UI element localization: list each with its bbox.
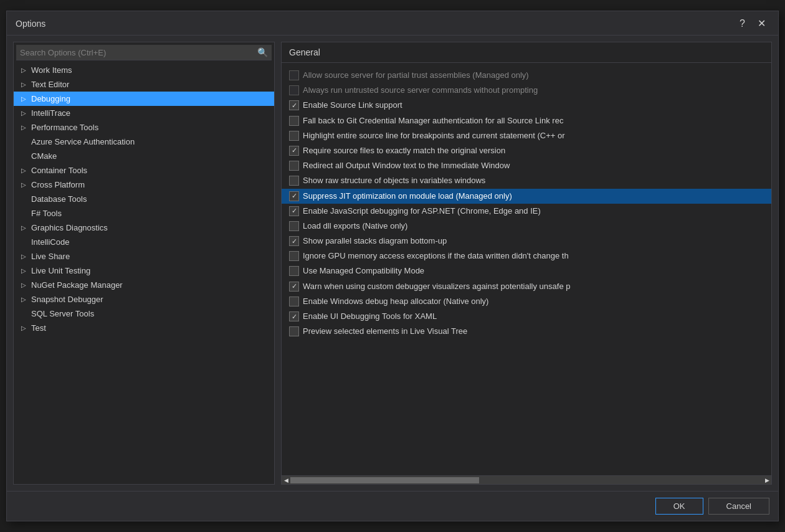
sidebar-item-azure-service-auth[interactable]: Azure Service Authentication (14, 135, 274, 149)
help-button[interactable]: ? (736, 17, 749, 30)
sidebar-item-label: Cross Platform (31, 180, 85, 189)
option-checkbox-warn-custom-visualizers[interactable]: ✓ (289, 282, 299, 292)
option-checkbox-ignore-gpu-memory[interactable] (289, 251, 299, 261)
tree-container[interactable]: ▷Work Items▷Text Editor▷Debugging▷Intell… (14, 63, 274, 484)
option-checkbox-fall-back-git[interactable] (289, 116, 299, 126)
option-label-highlight-source-line: Highlight entire source line for breakpo… (303, 130, 764, 141)
expand-arrow-icon: ▷ (21, 124, 30, 131)
option-row-enable-js-debugging[interactable]: ✓Enable JavaScript debugging for ASP.NET… (282, 204, 771, 219)
option-label-enable-windows-debug-heap: Enable Windows debug heap allocator (Nat… (303, 296, 764, 307)
sidebar-item-label: Work Items (31, 65, 72, 75)
option-label-enable-source-link: Enable Source Link support (303, 100, 764, 111)
sidebar-item-performance-tools[interactable]: ▷Performance Tools (14, 120, 274, 135)
expand-arrow-icon: ▷ (21, 253, 30, 260)
h-scroll-thumb[interactable] (290, 477, 479, 483)
option-row-enable-source-link[interactable]: ✓Enable Source Link support (282, 98, 771, 113)
sidebar-item-nuget-package-manager[interactable]: ▷NuGet Package Manager (14, 278, 274, 292)
option-checkbox-redirect-output[interactable] (289, 161, 299, 171)
h-scroll-right-btn[interactable]: ▶ (763, 476, 771, 485)
option-row-allow-source-server[interactable]: Allow source server for partial trust as… (282, 68, 771, 83)
option-row-suppress-jit[interactable]: ✓Suppress JIT optimization on module loa… (282, 189, 771, 204)
sidebar-item-label: IntelliTrace (31, 108, 70, 118)
option-label-use-managed-compat: Use Managed Compatibility Mode (303, 265, 764, 277)
dialog-footer: OK Cancel (7, 491, 778, 521)
sidebar-item-fsharp-tools[interactable]: F# Tools (14, 206, 274, 221)
sidebar-item-work-items[interactable]: ▷Work Items (14, 63, 274, 77)
sidebar-item-label: Azure Service Authentication (31, 137, 135, 146)
sidebar-item-live-share[interactable]: ▷Live Share (14, 249, 274, 264)
option-checkbox-enable-js-debugging[interactable]: ✓ (289, 206, 299, 216)
search-icon: 🔍 (257, 47, 268, 57)
sidebar-item-label: Debugging (31, 94, 70, 103)
sidebar-item-database-tools[interactable]: Database Tools (14, 192, 274, 206)
option-checkbox-highlight-source-line[interactable] (289, 131, 299, 141)
option-label-enable-js-debugging: Enable JavaScript debugging for ASP.NET … (303, 206, 764, 217)
option-row-load-dll-exports[interactable]: Load dll exports (Native only) (282, 219, 771, 234)
right-panel-scroll-area: Allow source server for partial trust as… (282, 63, 771, 475)
option-label-load-dll-exports: Load dll exports (Native only) (303, 221, 764, 232)
option-row-show-raw-structure[interactable]: Show raw structure of objects in variabl… (282, 173, 771, 188)
option-checkbox-show-raw-structure[interactable] (289, 176, 299, 186)
expand-arrow-icon: ▷ (21, 224, 30, 231)
expand-arrow-icon: ▷ (21, 282, 30, 288)
sidebar-item-intellicode[interactable]: IntelliCode (14, 235, 274, 249)
sidebar-item-label: Graphics Diagnostics (31, 223, 108, 232)
option-row-require-source-files[interactable]: ✓Require source files to exactly match t… (282, 143, 771, 158)
option-checkbox-enable-source-link[interactable]: ✓ (289, 100, 299, 110)
horizontal-scrollbar[interactable]: ◀ ▶ (282, 475, 771, 484)
sidebar-item-test[interactable]: ▷Test (14, 321, 274, 335)
search-input[interactable] (20, 48, 257, 57)
sidebar-item-cmake[interactable]: CMake (14, 149, 274, 163)
ok-button[interactable]: OK (655, 498, 703, 515)
option-label-warn-custom-visualizers: Warn when using custom debugger visualiz… (303, 281, 764, 292)
option-row-ignore-gpu-memory[interactable]: Ignore GPU memory access exceptions if t… (282, 249, 771, 264)
sidebar-item-sql-server-tools[interactable]: SQL Server Tools (14, 306, 274, 321)
option-checkbox-enable-windows-debug-heap[interactable] (289, 297, 299, 306)
option-row-redirect-output[interactable]: Redirect all Output Window text to the I… (282, 158, 771, 173)
option-checkbox-always-run-untrusted[interactable] (289, 85, 299, 95)
option-row-preview-selected-elements[interactable]: Preview selected elements in Live Visual… (282, 324, 771, 339)
sidebar-item-label: Database Tools (31, 194, 87, 204)
sidebar-item-snapshot-debugger[interactable]: ▷Snapshot Debugger (14, 292, 274, 306)
sidebar-item-text-editor[interactable]: ▷Text Editor (14, 77, 274, 92)
sidebar-item-label: F# Tools (31, 209, 62, 218)
title-bar: Options ? ✕ (7, 11, 778, 36)
option-row-warn-custom-visualizers[interactable]: ✓Warn when using custom debugger visuali… (282, 279, 771, 294)
dialog-title: Options (16, 19, 45, 29)
option-row-highlight-source-line[interactable]: Highlight entire source line for breakpo… (282, 128, 771, 143)
close-button[interactable]: ✕ (754, 17, 769, 30)
option-checkbox-preview-selected-elements[interactable] (289, 326, 299, 336)
sidebar-item-intellitrace[interactable]: ▷IntelliTrace (14, 106, 274, 120)
option-row-enable-ui-debugging-xaml[interactable]: ✓Enable UI Debugging Tools for XAML (282, 309, 771, 324)
option-row-always-run-untrusted[interactable]: Always run untrusted source server comma… (282, 83, 771, 98)
sidebar-item-container-tools[interactable]: ▷Container Tools (14, 163, 274, 178)
option-checkbox-load-dll-exports[interactable] (289, 221, 299, 231)
right-panel-header: General (282, 42, 771, 63)
option-checkbox-show-parallel-stacks[interactable]: ✓ (289, 236, 299, 246)
sidebar-item-label: Performance Tools (31, 123, 98, 132)
sidebar-item-live-unit-testing[interactable]: ▷Live Unit Testing (14, 264, 274, 278)
option-row-use-managed-compat[interactable]: Use Managed Compatibility Mode (282, 264, 771, 278)
option-label-fall-back-git: Fall back to Git Credential Manager auth… (303, 115, 764, 126)
options-scroll[interactable]: Allow source server for partial trust as… (282, 63, 771, 475)
expand-arrow-icon: ▷ (21, 167, 30, 174)
option-row-enable-windows-debug-heap[interactable]: Enable Windows debug heap allocator (Nat… (282, 294, 771, 309)
option-checkbox-use-managed-compat[interactable] (289, 266, 299, 276)
option-checkbox-suppress-jit[interactable]: ✓ (289, 191, 299, 201)
expand-arrow-icon: ▷ (21, 81, 30, 88)
option-checkbox-allow-source-server[interactable] (289, 70, 299, 80)
cancel-button[interactable]: Cancel (708, 498, 769, 515)
option-label-preview-selected-elements: Preview selected elements in Live Visual… (303, 326, 764, 337)
sidebar-item-debugging[interactable]: ▷Debugging (14, 92, 274, 106)
right-panel: General Allow source server for partial … (281, 42, 772, 485)
option-checkbox-enable-ui-debugging-xaml[interactable]: ✓ (289, 311, 299, 321)
option-checkbox-require-source-files[interactable]: ✓ (289, 146, 299, 156)
sidebar-item-cross-platform[interactable]: ▷Cross Platform (14, 178, 274, 192)
option-label-always-run-untrusted: Always run untrusted source server comma… (303, 85, 764, 96)
option-row-show-parallel-stacks[interactable]: ✓Show parallel stacks diagram bottom-up (282, 234, 771, 249)
search-box[interactable]: 🔍 (16, 45, 272, 60)
expand-arrow-icon: ▷ (21, 296, 30, 303)
option-row-fall-back-git[interactable]: Fall back to Git Credential Manager auth… (282, 113, 771, 128)
sidebar-item-graphics-diagnostics[interactable]: ▷Graphics Diagnostics (14, 221, 274, 235)
h-scroll-left-btn[interactable]: ◀ (282, 476, 290, 485)
